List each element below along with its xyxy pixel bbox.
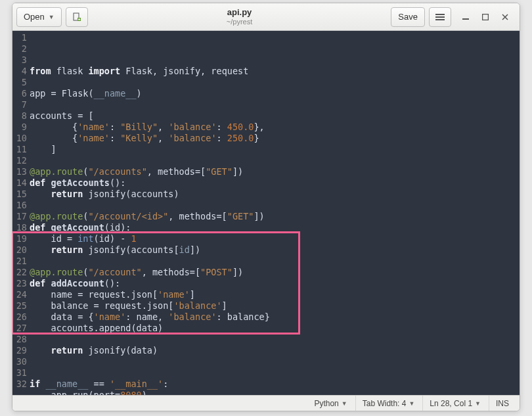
status-insert-label: INS xyxy=(496,399,509,408)
code-line[interactable] xyxy=(30,155,520,166)
code-line[interactable]: balance = request.json['balance'] xyxy=(30,300,520,312)
line-number: 1 xyxy=(12,32,28,43)
status-language-label: Python xyxy=(314,399,338,408)
code-line[interactable]: def getAccount(id): xyxy=(30,222,520,233)
line-number-gutter: 1234567891011121314151617181920212223242… xyxy=(12,31,28,395)
status-insert-mode[interactable]: INS xyxy=(489,396,516,411)
titlebar: Open ▼ api.py ~/pyrest Save xyxy=(12,3,520,31)
line-number: 21 xyxy=(12,256,28,267)
code-line[interactable]: @app.route("/accounts", methods=["GET"]) xyxy=(30,166,520,177)
line-number: 29 xyxy=(12,345,28,356)
status-cursor[interactable]: Ln 28, Col 1 ▼ xyxy=(422,396,487,411)
line-number: 3 xyxy=(12,55,28,66)
line-number: 14 xyxy=(12,177,28,189)
code-line[interactable] xyxy=(30,99,520,110)
line-number: 22 xyxy=(12,267,28,278)
status-language[interactable]: Python ▼ xyxy=(307,396,353,411)
svg-rect-4 xyxy=(435,19,445,20)
svg-rect-5 xyxy=(462,18,469,20)
menu-button[interactable] xyxy=(429,7,451,27)
line-number: 24 xyxy=(12,289,28,300)
open-button[interactable]: Open ▼ xyxy=(16,7,62,27)
window-controls xyxy=(455,12,516,22)
code-line[interactable]: if __name__ == '__main__': xyxy=(30,379,520,390)
maximize-icon xyxy=(482,14,489,20)
save-button-label: Save xyxy=(398,12,418,22)
save-button[interactable]: Save xyxy=(391,7,425,27)
close-button[interactable] xyxy=(500,12,510,22)
line-number: 32 xyxy=(12,379,28,390)
line-number: 19 xyxy=(12,233,28,244)
line-number: 31 xyxy=(12,367,28,379)
code-line[interactable]: app.run(port=8080) xyxy=(30,390,520,395)
line-number: 13 xyxy=(12,166,28,177)
line-number: 11 xyxy=(12,144,28,155)
code-line[interactable] xyxy=(30,334,520,345)
line-number: 17 xyxy=(12,211,28,222)
line-number: 5 xyxy=(12,77,28,88)
status-tab-width[interactable]: Tab Width: 4 ▼ xyxy=(355,396,422,411)
code-line[interactable]: def addAccount(): xyxy=(30,278,520,289)
new-document-icon xyxy=(72,12,82,22)
new-document-button[interactable] xyxy=(66,7,88,27)
editor-area[interactable]: 1234567891011121314151617181920212223242… xyxy=(12,31,520,395)
code-line[interactable] xyxy=(30,256,520,267)
code-line[interactable]: accounts.append(data) xyxy=(30,323,520,334)
svg-rect-6 xyxy=(483,14,489,20)
code-line[interactable]: return jsonify(data) xyxy=(30,345,520,356)
window-title: api.py xyxy=(92,7,388,18)
line-number: 9 xyxy=(12,122,28,133)
chevron-down-icon: ▼ xyxy=(342,400,347,407)
code-line[interactable]: ] xyxy=(30,144,520,155)
code-line[interactable]: from flask import Flask, jsonify, reques… xyxy=(30,66,520,77)
code-line[interactable] xyxy=(30,356,520,367)
maximize-button[interactable] xyxy=(480,12,491,22)
chevron-down-icon: ▼ xyxy=(409,400,414,407)
line-number: 12 xyxy=(12,155,28,166)
line-number: 20 xyxy=(12,244,28,256)
code-content[interactable]: from flask import Flask, jsonify, reques… xyxy=(28,31,520,395)
line-number: 27 xyxy=(12,323,28,334)
code-line[interactable]: @app.route("/account/<id>", methods=["GE… xyxy=(30,211,520,222)
open-button-label: Open xyxy=(24,12,45,22)
status-cursor-label: Ln 28, Col 1 xyxy=(430,399,472,408)
code-line[interactable]: id = int(id) - 1 xyxy=(30,233,520,244)
line-number: 25 xyxy=(12,300,28,312)
svg-rect-3 xyxy=(435,16,445,18)
window-subtitle: ~/pyrest xyxy=(92,18,388,26)
code-line[interactable] xyxy=(30,200,520,211)
status-tab-width-label: Tab Width: 4 xyxy=(363,399,407,408)
svg-rect-2 xyxy=(435,14,445,15)
code-line[interactable]: name = request.json['name'] xyxy=(30,289,520,300)
code-line[interactable]: @app.route("/account", methods=["POST"]) xyxy=(30,267,520,278)
minimize-button[interactable] xyxy=(460,12,471,22)
chevron-down-icon: ▼ xyxy=(49,14,55,20)
line-number: 18 xyxy=(12,222,28,233)
code-line[interactable]: return jsonify(accounts) xyxy=(30,189,520,200)
code-line[interactable]: accounts = [ xyxy=(30,110,520,122)
code-line[interactable]: def getAccounts(): xyxy=(30,177,520,189)
code-line[interactable]: data = {'name': name, 'balance': balance… xyxy=(30,312,520,323)
chevron-down-icon: ▼ xyxy=(475,400,481,407)
minimize-icon xyxy=(462,14,469,20)
line-number: 23 xyxy=(12,278,28,289)
code-line[interactable]: return jsonify(accounts[id]) xyxy=(30,244,520,256)
line-number: 7 xyxy=(12,99,28,110)
line-number: 10 xyxy=(12,133,28,144)
code-line[interactable]: {'name': "Billy", 'balance': 450.0}, xyxy=(30,122,520,133)
line-number: 16 xyxy=(12,200,28,211)
line-number: 26 xyxy=(12,312,28,323)
line-number: 6 xyxy=(12,88,28,99)
code-line[interactable] xyxy=(30,77,520,88)
code-line[interactable] xyxy=(30,367,520,379)
statusbar: Python ▼ Tab Width: 4 ▼ Ln 28, Col 1 ▼ I… xyxy=(12,395,520,411)
line-number: 4 xyxy=(12,66,28,77)
line-number: 2 xyxy=(12,43,28,55)
code-line[interactable]: app = Flask(__name__) xyxy=(30,88,520,99)
line-number: 28 xyxy=(12,334,28,345)
editor-window: Open ▼ api.py ~/pyrest Save xyxy=(12,3,520,411)
line-number: 15 xyxy=(12,189,28,200)
code-line[interactable]: {'name': "Kelly", 'balance': 250.0} xyxy=(30,133,520,144)
hamburger-icon xyxy=(435,13,445,21)
close-icon xyxy=(502,14,508,20)
